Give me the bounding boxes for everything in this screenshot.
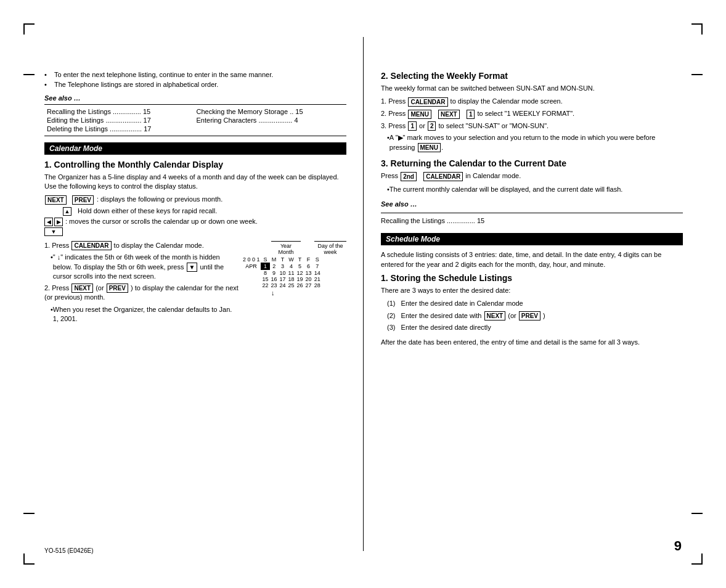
calendar-key-3: CALENDAR <box>423 172 463 181</box>
sch-step2-text1: (2) Enter the desired date with <box>387 312 484 319</box>
cal-d6: 6 <box>304 263 313 269</box>
step2-line: 2. Press NEXT (or PREV ) to display the … <box>44 284 239 303</box>
schedule-step-3: (3) Enter the desired date directly <box>387 323 683 332</box>
section1-title: 1. Controlling the Monthly Calendar Disp… <box>44 160 346 169</box>
s2-step2-space2 <box>462 110 464 117</box>
see-also-inner-table: Recalling the Listings ............... 1… <box>44 107 346 133</box>
side-mark-right-bot <box>691 513 703 514</box>
cal-table: 2 0 0 1 S M T W T F S APR 1 2 3 4 <box>242 256 322 288</box>
lr-arrow-group: ◀ ▶ ▼ <box>44 218 63 236</box>
cal-d13: 13 <box>304 269 313 276</box>
schedule-step-2: (2) Enter the desired date with NEXT (or… <box>387 311 683 321</box>
down-arrow-key: ▼ <box>44 227 63 236</box>
cal-row-3: 15 16 17 18 19 20 21 <box>242 276 322 282</box>
step2-or: (or <box>96 284 106 292</box>
menu-key-1: MENU <box>408 110 431 119</box>
see-also-table-right: Recalling the Listings ............... 1… <box>381 213 683 228</box>
cal-down-indicator: ↓ <box>271 289 346 296</box>
cal-w: W <box>287 256 296 263</box>
see-also-cell-1b: Checking the Memory Storage .. 15 <box>194 107 347 116</box>
cal-d12: 12 <box>296 269 304 276</box>
hold-down-text: Hold down either of these keys for rapid… <box>78 207 217 216</box>
next-prev-space <box>68 195 70 203</box>
cal-row-2: 8 9 10 11 12 13 14 <box>242 269 322 276</box>
schedule-section1-intro: There are 3 ways to enter the desired da… <box>381 286 683 295</box>
cal-d7: 7 <box>313 263 322 269</box>
see-also-row-2: Editing the Listings ...................… <box>44 116 346 125</box>
section3-intro-line: Press 2nd CALENDAR in Calendar mode. <box>381 171 683 181</box>
bullet-item-2: • The Telephone listings are stored in a… <box>44 81 346 88</box>
schedule-step-1: (1) Enter the desired date in Calendar m… <box>387 299 683 308</box>
step1-line: 1. Press CALENDAR to display the Calenda… <box>44 241 239 251</box>
see-also-row-1: Recalling the Listings ............... 1… <box>44 107 346 116</box>
cal-d3: 3 <box>279 263 287 269</box>
up-arrow-key: ▲ <box>63 207 71 216</box>
cal-d16: 16 <box>270 276 279 282</box>
arrows-text: : moves the cursor or scrolls the calend… <box>65 218 258 225</box>
step2-bullet-row: • When you reset the Organizer, the cale… <box>51 305 239 324</box>
next-prev-row: NEXT PREV : displays the following or pr… <box>44 195 346 205</box>
page: 9 YO-515 (E0426E) • To enter the next te… <box>0 0 726 588</box>
next-key-4: NEXT <box>484 311 506 321</box>
cal-d26: 26 <box>296 282 304 288</box>
cal-row3-empty <box>242 276 261 282</box>
see-also-right-item: Recalling the Listings ............... 1… <box>381 217 484 224</box>
sch-step3-text: (3) Enter the desired date directly <box>387 324 491 331</box>
section2-step1: 1. Press CALENDAR to display the Calenda… <box>381 97 683 107</box>
see-also-cell-3b <box>194 125 347 133</box>
cal-s2: S <box>313 256 322 263</box>
section2-intro: The weekly format can be switched betwee… <box>381 84 683 93</box>
bullet-item-1: • To enter the next telephone listing, c… <box>44 71 346 78</box>
cal-m: M <box>270 256 279 263</box>
section2-bullet-row: • A "▶" mark moves to your selection and… <box>387 133 683 152</box>
s2-step1-text: to display the Calendar mode screen. <box>451 97 563 105</box>
schedule-mode-header: Schedule Mode <box>381 233 683 245</box>
s2-step3-num: 3. Press <box>381 122 407 129</box>
cal-d18: 18 <box>287 276 296 282</box>
section3-space <box>419 172 421 179</box>
one-key-2: 1 <box>408 121 417 131</box>
lr-arrow-row: ◀ ▶ ▼ : moves the cursor or scrolls the … <box>44 218 346 236</box>
step1-bullet-row: • " ↓" indicates the 5th or 6th week of … <box>51 253 239 281</box>
calendar-mode-header: Calendar Mode <box>44 142 346 155</box>
see-also-cell-2b: Entering Characters .................. 4 <box>194 116 347 125</box>
cal-s1: S <box>261 256 270 263</box>
prev-key-2: PREV <box>107 284 128 293</box>
section3-press-text: Press <box>381 172 400 179</box>
step1-bullet-text: " ↓" indicates the 5th or 6th week of th… <box>53 253 239 281</box>
see-also-label-right: See also … <box>381 200 683 208</box>
calendar-key-1: CALENDAR <box>71 241 111 250</box>
bullet-symbol-1: • <box>44 71 51 78</box>
sch-step2-or: (or <box>508 312 518 319</box>
see-also-row-3: Deleting the Listings ................. … <box>44 125 346 133</box>
cal-d20: 20 <box>304 276 313 282</box>
s2-step2-num: 2. Press <box>381 110 407 117</box>
calendar-display-area: 1. Press CALENDAR to display the Calenda… <box>44 241 346 326</box>
next-key-1: NEXT <box>45 195 67 205</box>
cal-d24: 24 <box>279 282 287 288</box>
two-key-1: 2 <box>428 121 436 131</box>
cal-row4-empty <box>242 282 261 288</box>
cal-d21: 21 <box>313 276 322 282</box>
bullet-text-1: To enter the next telephone listing, con… <box>54 71 273 78</box>
cal-d5: 5 <box>296 263 304 269</box>
section3-bullet-row: • The current monthly calendar will be d… <box>387 185 683 194</box>
step2-num: 2. Press <box>44 284 71 292</box>
section3-text-after: in Calendar mode. <box>465 172 521 179</box>
right-column: 2. Selecting the Weekly Format The weekl… <box>381 71 683 351</box>
cal-t1: T <box>279 256 287 263</box>
cal-d23: 23 <box>270 282 279 288</box>
lr-keys-top: ◀ ▶ <box>44 218 63 226</box>
cal-d2: 2 <box>270 263 279 269</box>
right-arrow-key: ▶ <box>54 218 63 226</box>
next-prev-text: : displays the following or previous mon… <box>97 195 222 203</box>
cal-d19: 19 <box>296 276 304 282</box>
corner-mark-tl <box>23 23 35 35</box>
cal-d28: 28 <box>313 282 322 288</box>
down-key-inline: ▼ <box>187 263 198 272</box>
cal-t2: T <box>296 256 304 263</box>
cal-d17: 17 <box>279 276 287 282</box>
cal-d25: 25 <box>287 282 296 288</box>
s2-step2-text: to select "1 WEEKLY FORMAT". <box>478 110 575 117</box>
schedule-section1-title: 1. Storing the Schedule Listings <box>381 273 683 283</box>
